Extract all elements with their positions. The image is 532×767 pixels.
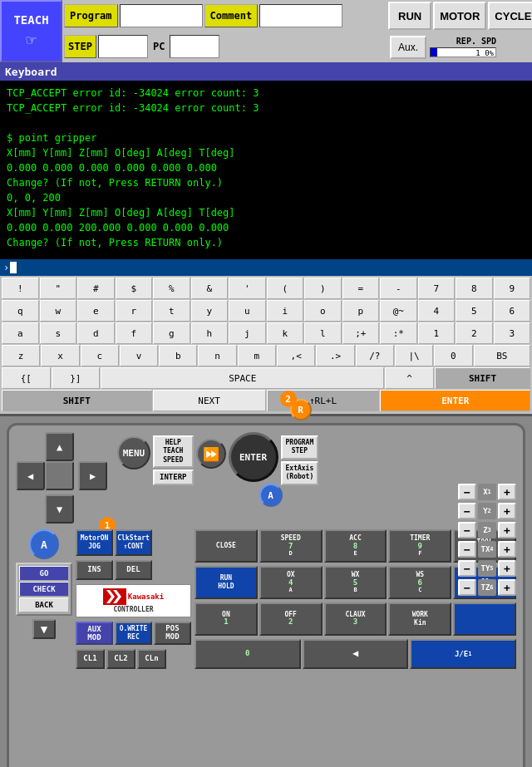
teach-button[interactable]: TEACH ☞ bbox=[0, 0, 62, 62]
comment-field[interactable] bbox=[259, 4, 342, 27]
nav-center-button[interactable] bbox=[45, 461, 74, 490]
key-a[interactable]: a bbox=[2, 322, 39, 344]
key-slash[interactable]: /? bbox=[356, 345, 394, 366]
input-line[interactable]: › bbox=[0, 259, 532, 276]
key-c[interactable]: c bbox=[81, 345, 119, 366]
key-q[interactable]: q bbox=[2, 300, 39, 322]
key-u[interactable]: u bbox=[229, 300, 266, 322]
key-i[interactable]: i bbox=[267, 300, 304, 322]
key-rbrace[interactable]: }] bbox=[52, 367, 101, 389]
nav-right-button[interactable]: ▶ bbox=[78, 461, 107, 490]
key-e[interactable]: e bbox=[77, 300, 115, 322]
cl1-button[interactable]: CL1 bbox=[76, 649, 105, 669]
key-p[interactable]: p bbox=[342, 300, 380, 322]
ins-button[interactable]: INS bbox=[76, 560, 113, 580]
close-button[interactable]: CLOSE bbox=[195, 529, 258, 563]
key-2[interactable]: 2 bbox=[456, 322, 493, 344]
key-g[interactable]: g bbox=[153, 322, 190, 344]
axis-tx-minus[interactable]: − bbox=[458, 541, 476, 558]
axis-y-minus[interactable]: − bbox=[458, 503, 476, 519]
forward-button[interactable]: ⏩ bbox=[196, 439, 226, 469]
key-m[interactable]: m bbox=[238, 345, 276, 366]
menu-button[interactable]: MENU bbox=[117, 436, 150, 470]
program-field[interactable] bbox=[120, 4, 203, 27]
key-apos[interactable]: ' bbox=[229, 278, 266, 299]
axis-x-minus[interactable]: − bbox=[458, 484, 476, 500]
down-arrow-button[interactable]: ▼ bbox=[32, 619, 56, 639]
key-l[interactable]: l bbox=[304, 322, 342, 344]
key-shift-right[interactable]: SHIFT bbox=[435, 367, 530, 389]
axis-tz-plus[interactable]: + bbox=[498, 579, 516, 596]
key-equals[interactable]: = bbox=[342, 278, 380, 299]
wx-button[interactable]: WX 5 B bbox=[324, 566, 387, 599]
nav-left-button[interactable]: ◀ bbox=[16, 461, 45, 490]
pos-mod-button[interactable]: POSMOD bbox=[154, 622, 191, 645]
help-teach-speed-button[interactable]: HELPTEACHSPEED bbox=[153, 435, 194, 468]
key-at-tilde[interactable]: @~ bbox=[380, 300, 417, 322]
clk-start-cont-button[interactable]: ClkStart↑CONT bbox=[115, 529, 152, 556]
je-arrow-button[interactable] bbox=[453, 602, 516, 636]
key-caret[interactable]: ^ bbox=[385, 367, 434, 389]
a-button-left[interactable]: A bbox=[29, 529, 59, 559]
key-minus[interactable]: - bbox=[380, 278, 417, 299]
back-button[interactable]: BACK bbox=[19, 597, 69, 612]
go-button[interactable]: GO bbox=[19, 566, 69, 581]
check-button[interactable]: CHECK bbox=[19, 582, 69, 597]
key-quote[interactable]: " bbox=[40, 278, 77, 299]
key-b[interactable]: b bbox=[159, 345, 197, 366]
interp-button[interactable]: INTERP bbox=[153, 470, 194, 485]
del-button[interactable]: DEL bbox=[115, 560, 152, 580]
key-z[interactable]: z bbox=[2, 345, 40, 366]
key-8[interactable]: 8 bbox=[456, 278, 493, 299]
key-backslash[interactable]: |\ bbox=[395, 345, 433, 366]
cycle-button[interactable]: CYCLE bbox=[488, 2, 532, 30]
claux-button[interactable]: CLAUX 3 bbox=[324, 602, 387, 636]
key-percent[interactable]: % bbox=[153, 278, 190, 299]
je-button[interactable]: J/E1 bbox=[410, 639, 516, 669]
key-1[interactable]: 1 bbox=[418, 322, 456, 344]
cl2-button[interactable]: CL2 bbox=[106, 649, 135, 669]
enter-big-button[interactable]: ENTER bbox=[229, 432, 278, 482]
key-9[interactable]: 9 bbox=[494, 278, 531, 299]
nav-down-button[interactable]: ▼ bbox=[45, 494, 74, 524]
program-step-button[interactable]: PROGRAMSTEP bbox=[281, 435, 319, 460]
key-r[interactable]: r bbox=[116, 300, 153, 322]
run-hold-button[interactable]: RUNHOLD bbox=[195, 566, 258, 599]
key-dollar[interactable]: $ bbox=[116, 278, 153, 299]
left-arrow-button[interactable]: ◀ bbox=[303, 639, 409, 669]
key-shift-left[interactable]: SHIFT bbox=[2, 390, 152, 411]
key-t[interactable]: t bbox=[153, 300, 190, 322]
key-w[interactable]: w bbox=[40, 300, 77, 322]
axis-z-minus[interactable]: − bbox=[458, 522, 476, 538]
key-semicolon[interactable]: ;+ bbox=[342, 322, 380, 344]
key-0[interactable]: 0 bbox=[434, 345, 472, 366]
key-backspace[interactable]: BS bbox=[474, 345, 530, 366]
key-7[interactable]: 7 bbox=[418, 278, 456, 299]
axis-tz-minus[interactable]: − bbox=[458, 579, 476, 596]
key-next[interactable]: NEXT bbox=[153, 390, 266, 411]
num0-button[interactable]: 0 bbox=[195, 639, 301, 669]
key-enter[interactable]: ENTER bbox=[380, 390, 530, 411]
axis-ty-minus[interactable]: − bbox=[458, 560, 476, 577]
key-amp[interactable]: & bbox=[191, 278, 229, 299]
key-x[interactable]: x bbox=[41, 345, 79, 366]
a-button-enter[interactable]: A bbox=[259, 484, 283, 507]
on-button[interactable]: ON 1 bbox=[195, 602, 258, 636]
cln-button[interactable]: CLn bbox=[137, 649, 166, 669]
key-rparen[interactable]: ) bbox=[304, 278, 342, 299]
ws-button[interactable]: WS 6 C bbox=[388, 566, 451, 599]
key-5[interactable]: 5 bbox=[456, 300, 493, 322]
axis-x-plus[interactable]: + bbox=[498, 484, 516, 500]
step-field[interactable] bbox=[98, 35, 148, 58]
speed-button[interactable]: SPEED 7 D bbox=[259, 529, 323, 563]
ext-axis-button[interactable]: ExtAxis(Robot) bbox=[281, 461, 319, 485]
key-k[interactable]: k bbox=[267, 322, 304, 344]
acc-button[interactable]: ACC 8 E bbox=[324, 529, 387, 563]
axis-z-plus[interactable]: + bbox=[498, 522, 516, 538]
key-s[interactable]: s bbox=[40, 322, 77, 344]
key-hash[interactable]: # bbox=[77, 278, 115, 299]
key-4[interactable]: 4 bbox=[418, 300, 456, 322]
ox-button[interactable]: OX 4 A bbox=[259, 566, 323, 599]
nav-up-button[interactable]: ▲ bbox=[45, 432, 74, 461]
key-excl[interactable]: ! bbox=[2, 278, 39, 299]
